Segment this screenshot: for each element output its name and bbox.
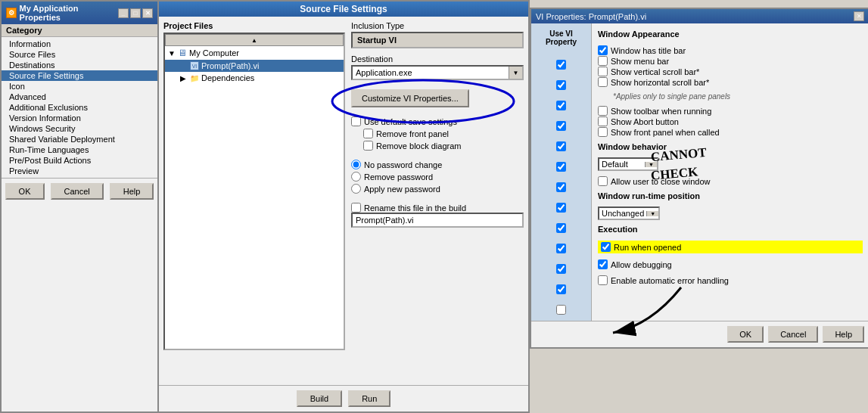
ok-button[interactable]: OK xyxy=(5,183,45,200)
use-vi-checkbox-vert-scroll[interactable] xyxy=(556,101,566,110)
category-item-shared-variable-deployment[interactable]: Shared Variable Deployment xyxy=(2,134,157,144)
position-dropdown[interactable]: Unchanged ▼ xyxy=(598,206,660,220)
category-item-version-information[interactable]: Version Information xyxy=(2,113,157,123)
maximize-button[interactable]: □ xyxy=(130,8,141,18)
rename-file-checkbox[interactable] xyxy=(351,203,361,213)
vi-help-button[interactable]: Help xyxy=(823,326,864,343)
category-item-windows-security[interactable]: Windows Security xyxy=(2,123,157,134)
destination-dropdown-btn[interactable]: ▼ xyxy=(509,67,522,79)
category-item-preview[interactable]: Preview xyxy=(2,166,157,176)
auto-error-checkbox[interactable] xyxy=(598,275,608,285)
use-vi-property-label: Use VIProperty xyxy=(546,30,577,46)
tree-item-dependencies[interactable]: ▶📁Dependencies xyxy=(165,72,344,84)
radio-apply-new-password[interactable] xyxy=(351,184,361,194)
remove-front-panel-checkbox[interactable] xyxy=(363,129,373,138)
radio-label-no-password: No password change xyxy=(364,160,442,169)
radio-label-remove-password: Remove password xyxy=(364,172,433,182)
radio-no-password[interactable] xyxy=(351,160,361,169)
use-vi-checkbox-horiz-scroll[interactable] xyxy=(556,121,566,131)
build-button[interactable]: Build xyxy=(297,390,342,407)
category-item-prepost-build-actions[interactable]: Pre/Post Build Actions xyxy=(2,155,157,166)
use-vi-checkbox-allow-close[interactable] xyxy=(556,223,566,233)
use-default-save-checkbox[interactable] xyxy=(351,116,361,126)
remove-front-panel-label: Remove front panel xyxy=(376,129,449,138)
vi-checkbox-horiz-scroll[interactable] xyxy=(598,77,608,87)
use-vi-checkbox-position[interactable] xyxy=(556,244,566,253)
vi-cancel-button[interactable]: Cancel xyxy=(768,326,818,343)
window-position-title: Window run-time position xyxy=(598,191,863,200)
vi-toolbar-checkbox-abort-btn[interactable] xyxy=(598,116,608,126)
tree-item-prompt-path[interactable]: VIPrompt(Path).vi xyxy=(165,60,344,72)
vi-toolbar-label-front-panel-called: Show front panel when called xyxy=(611,128,720,137)
behavior-dropdown-btn[interactable]: ▼ xyxy=(645,162,657,167)
use-vi-row-vert-scroll xyxy=(556,101,566,110)
minimize-button[interactable]: _ xyxy=(118,8,129,18)
behavior-dropdown-row: Default ▼ xyxy=(598,157,863,171)
destination-dropdown[interactable]: Application.exe ▼ xyxy=(351,65,524,80)
tree-scroll-up[interactable]: ▲ xyxy=(165,34,344,46)
run-button[interactable]: Run xyxy=(348,390,390,407)
vi-props-body: Use VIProperty Window Appearance Window … xyxy=(531,23,868,321)
vi-toolbar-abort-btn: Show Abort button xyxy=(598,116,863,126)
category-item-information[interactable]: Information xyxy=(2,39,157,49)
use-vi-row-auto-error-use xyxy=(556,305,566,315)
vi-checkbox-menu-bar[interactable] xyxy=(598,56,608,66)
category-item-advanced[interactable]: Advanced xyxy=(2,92,157,102)
help-button[interactable]: Help xyxy=(110,183,154,200)
category-item-additional-exclusions[interactable]: Additional Exclusions xyxy=(2,102,157,113)
allow-close-checkbox[interactable] xyxy=(598,176,608,186)
use-vi-property-col: Use VIProperty xyxy=(531,23,592,321)
vi-toolbar-checkbox-toolbar-running[interactable] xyxy=(598,106,608,116)
use-vi-checkbox-allow-debugging-use[interactable] xyxy=(556,284,566,294)
use-vi-row-abort-btn xyxy=(556,162,566,172)
cancel-button[interactable]: Cancel xyxy=(51,183,104,200)
vi-checkbox-vert-scroll[interactable] xyxy=(598,67,608,76)
rename-input[interactable] xyxy=(351,213,524,228)
vi-ok-button[interactable]: OK xyxy=(727,326,764,343)
position-dropdown-btn[interactable]: ▼ xyxy=(646,211,658,216)
vi-close-button[interactable]: ✕ xyxy=(854,11,864,21)
vi-toolbar-items: Show toolbar when runningShow Abort butt… xyxy=(598,105,863,138)
customize-vi-properties-button[interactable]: Customize VI Properties... xyxy=(351,89,469,107)
use-vi-checkbox-toolbar-running[interactable] xyxy=(556,141,566,151)
project-tree[interactable]: ▲ ▼🖥My ComputerVIPrompt(Path).vi▶📁Depend… xyxy=(163,33,345,350)
use-vi-checkbox-run-when-opened-use[interactable] xyxy=(556,264,566,274)
category-item-source-files[interactable]: Source Files xyxy=(2,49,157,60)
app-bottom-buttons: OK Cancel Help xyxy=(2,178,157,204)
use-vi-checkbox-title-bar[interactable] xyxy=(556,60,566,70)
category-item-source-file-settings[interactable]: Source File Settings xyxy=(2,70,157,81)
use-vi-checkbox-auto-error-use[interactable] xyxy=(556,305,566,315)
vi-toolbar-label-toolbar-running: Show toolbar when running xyxy=(611,107,711,116)
category-header: Category xyxy=(2,24,157,37)
radio-remove-password[interactable] xyxy=(351,172,361,182)
category-item-run-time-languages[interactable]: Run-Time Languages xyxy=(2,144,157,155)
remove-front-panel-row: Remove front panel xyxy=(363,129,524,138)
allow-debugging-checkbox[interactable] xyxy=(598,259,608,269)
destination-label: Destination xyxy=(351,54,524,64)
use-vi-checkbox-behavior[interactable] xyxy=(556,203,566,213)
run-when-opened-checkbox[interactable] xyxy=(601,242,611,252)
source-settings-panel: Source File Settings Project Files ▲ ▼🖥M… xyxy=(159,0,530,413)
password-radio-group: No password changeRemove passwordApply n… xyxy=(351,160,524,194)
use-vi-checkbox-front-panel-called[interactable] xyxy=(556,182,566,192)
remove-block-diagram-checkbox[interactable] xyxy=(363,141,373,151)
use-vi-checkbox-abort-btn[interactable] xyxy=(556,162,566,172)
app-title-icon: ⚙ xyxy=(6,8,17,18)
use-vi-checkbox-menu-bar[interactable] xyxy=(556,80,566,90)
category-item-destinations[interactable]: Destinations xyxy=(2,60,157,70)
behavior-dropdown[interactable]: Default ▼ xyxy=(598,157,658,171)
tree-item-my-computer[interactable]: ▼🖥My Computer xyxy=(165,46,344,60)
close-button[interactable]: ✕ xyxy=(142,8,153,18)
window-appearance-title: Window Appearance xyxy=(598,30,863,39)
category-list: InformationSource FilesDestinationsSourc… xyxy=(2,37,157,178)
main-container: ⚙ My Application Properties _ □ ✕ Catego… xyxy=(0,0,868,413)
allow-debugging-label: Allow debugging xyxy=(611,260,672,269)
vi-checkbox-title-bar[interactable] xyxy=(598,45,608,55)
radio-label-apply-new-password: Apply new password xyxy=(364,185,440,194)
radio-row-apply-new-password: Apply new password xyxy=(351,184,524,194)
vi-toolbar-checkbox-front-panel-called[interactable] xyxy=(598,127,608,137)
scrollbar-note: *Applies only to single pane panels xyxy=(613,92,863,101)
vi-prop-horiz-scroll: Show horizontal scroll bar* xyxy=(598,77,863,87)
app-props-title: My Application Properties xyxy=(20,4,118,22)
category-item-icon[interactable]: Icon xyxy=(2,81,157,92)
